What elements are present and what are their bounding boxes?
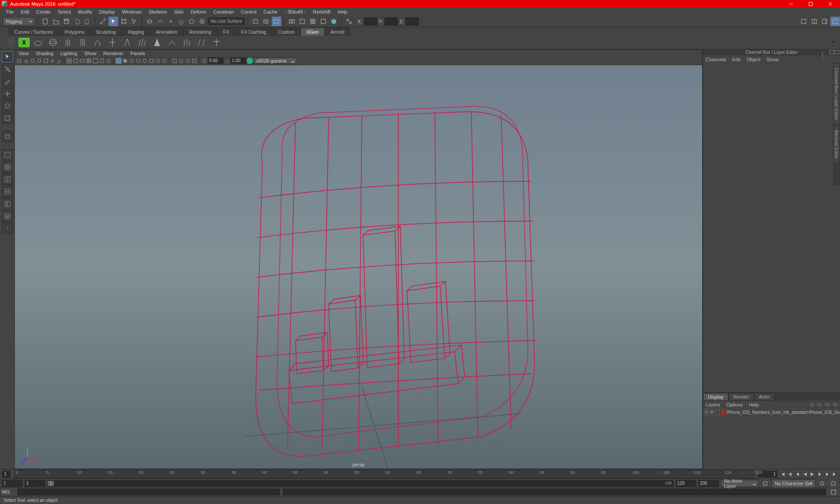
xray-components-icon[interactable] xyxy=(191,58,197,64)
move-tool[interactable] xyxy=(2,88,13,99)
layout-more-icon[interactable] xyxy=(2,223,13,234)
select-by-component-icon[interactable] xyxy=(119,17,129,26)
color-mgmt-dropdown[interactable]: sRGB gamma xyxy=(253,57,297,64)
menu-windows[interactable]: Windows xyxy=(119,8,145,15)
menu-create[interactable]: Create xyxy=(33,8,54,15)
render-view-icon[interactable] xyxy=(287,17,297,26)
menu--dtoall-[interactable]: - 3DtoAll - xyxy=(281,8,309,15)
layout-four-icon[interactable] xyxy=(2,161,13,173)
snap-grid-icon[interactable] xyxy=(145,17,154,26)
layer-row[interactable]: V P iPhone_iOS_Numbers_Icon_mb_standart:… xyxy=(703,408,840,416)
paint-select-tool[interactable] xyxy=(2,76,13,87)
cb-menu-edit[interactable]: Edit xyxy=(732,57,740,62)
anim-layer-dropdown[interactable]: No Anim Layer xyxy=(721,480,759,487)
render-settings-icon[interactable] xyxy=(298,17,307,26)
shelf-tab-scroll-icon[interactable] xyxy=(9,38,13,42)
anim-layer-settings-icon[interactable] xyxy=(760,479,770,488)
menu-redshift[interactable]: Redshift xyxy=(309,8,334,15)
safe-title-icon[interactable] xyxy=(105,58,112,64)
layer-visibility-toggle[interactable]: V xyxy=(705,409,709,415)
shelf-width-icon[interactable] xyxy=(150,36,164,49)
script-editor-icon[interactable] xyxy=(829,487,838,497)
shelf-noise-icon[interactable] xyxy=(195,36,208,49)
menu-help[interactable]: Help xyxy=(334,8,351,15)
layout-two-h-icon[interactable] xyxy=(2,186,13,197)
menu-skin[interactable]: Skin xyxy=(171,8,187,15)
open-scene-icon[interactable] xyxy=(51,17,61,26)
menu-select[interactable]: Select xyxy=(54,8,75,15)
layout-outliner-icon[interactable] xyxy=(2,198,13,210)
wireframe-icon[interactable] xyxy=(116,58,122,64)
live-surface-label[interactable]: No Live Surface xyxy=(208,18,245,25)
snap-plane-icon[interactable] xyxy=(176,17,186,26)
character-set-dropdown[interactable]: No Character Set xyxy=(772,479,816,488)
step-back-key-icon[interactable] xyxy=(787,471,794,478)
layout-single-icon[interactable] xyxy=(2,149,13,161)
layer-color-swatch[interactable] xyxy=(721,409,725,415)
image-plane-icon[interactable] xyxy=(43,58,49,64)
gamma-field[interactable]: 1.00 xyxy=(231,57,246,64)
shelf-tab-custom[interactable]: Custom xyxy=(273,28,301,36)
step-back-icon[interactable] xyxy=(794,471,801,478)
layer-playback-toggle[interactable]: P xyxy=(710,409,714,415)
2d-pan-icon[interactable] xyxy=(49,58,56,64)
layer-name[interactable]: iPhone_iOS_Numbers_Icon_mb_standart:iPho… xyxy=(726,410,840,415)
shelf-scroll-icon[interactable] xyxy=(827,36,840,49)
playblast-icon[interactable] xyxy=(329,17,339,26)
use-lights-icon[interactable] xyxy=(129,58,135,64)
shelf-region-icon[interactable] xyxy=(165,36,178,49)
shelf-tab-sculpting[interactable]: Sculpting xyxy=(91,28,122,36)
range-outer-start[interactable]: 1 xyxy=(2,480,23,487)
shelf-groom-icon[interactable] xyxy=(121,36,134,49)
gate-mask-icon[interactable] xyxy=(86,58,92,64)
shelf-spline-icon[interactable] xyxy=(61,36,74,49)
menu-edit[interactable]: Edit xyxy=(18,8,33,15)
shelf-tab-fx-caching[interactable]: FX Caching xyxy=(235,28,272,36)
shelf-sphere-icon[interactable] xyxy=(46,36,60,49)
panel-menu-renderer[interactable]: Renderer xyxy=(103,51,123,56)
shelf-options-icon[interactable] xyxy=(9,43,13,47)
panel-menu-show[interactable]: Show xyxy=(84,51,97,56)
prefs-icon[interactable] xyxy=(829,479,838,488)
channel-box-tab[interactable]: Channel Box / Layer Editor xyxy=(833,63,840,125)
camera-attrs-icon[interactable] xyxy=(30,58,36,64)
shelf-create-description-icon[interactable] xyxy=(32,36,45,49)
close-button[interactable] xyxy=(820,0,840,7)
shelf-tab-fx[interactable]: FX xyxy=(217,28,235,36)
workspace-mode-dropdown[interactable]: Rigging xyxy=(3,17,35,26)
select-tool[interactable] xyxy=(2,51,13,63)
sidebar-toggle-1-icon[interactable] xyxy=(799,17,808,26)
channel-box-body[interactable] xyxy=(703,63,840,392)
snap-curve-icon[interactable] xyxy=(155,17,165,26)
menu-cache[interactable]: Cache xyxy=(260,8,281,15)
menu-skeleton[interactable]: Skeleton xyxy=(145,8,171,15)
panel-menu-shading[interactable]: Shading xyxy=(36,51,53,56)
isolate-select-icon[interactable] xyxy=(172,58,178,64)
range-start[interactable]: 1 xyxy=(24,480,46,487)
shelf-archive-icon[interactable] xyxy=(91,36,104,49)
exposure-field[interactable]: 0.00 xyxy=(208,57,224,64)
hypershade-icon[interactable] xyxy=(308,17,318,26)
safe-action-icon[interactable] xyxy=(99,58,105,64)
rotate-tool[interactable] xyxy=(2,100,13,112)
xray-joints-icon[interactable] xyxy=(185,58,191,64)
last-tool[interactable] xyxy=(2,131,13,142)
wireframe-shaded-icon[interactable] xyxy=(142,58,148,64)
menu-deform[interactable]: Deform xyxy=(187,8,210,15)
shelf-tab-xgen[interactable]: XGen xyxy=(301,28,324,36)
shelf-tab-rendering[interactable]: Rendering xyxy=(183,28,217,36)
undo-icon[interactable] xyxy=(72,17,82,26)
maximize-button[interactable] xyxy=(801,0,820,7)
layer-move-up-icon[interactable] xyxy=(808,402,815,407)
range-track[interactable]: 1 120 xyxy=(47,480,674,486)
snap-live-icon[interactable] xyxy=(187,17,196,26)
layer-type-toggle[interactable] xyxy=(716,409,720,415)
sidebar-toggle-3-icon[interactable] xyxy=(820,17,830,26)
select-camera-icon[interactable] xyxy=(17,58,23,64)
sidebar-toggle-2-icon[interactable] xyxy=(809,17,819,26)
layer-tab-render[interactable]: Render xyxy=(728,393,754,401)
grid-icon[interactable] xyxy=(66,58,72,64)
smooth-shade-icon[interactable] xyxy=(122,58,128,64)
shelf-cut-icon[interactable] xyxy=(210,36,223,49)
xray-icon[interactable] xyxy=(178,58,184,64)
